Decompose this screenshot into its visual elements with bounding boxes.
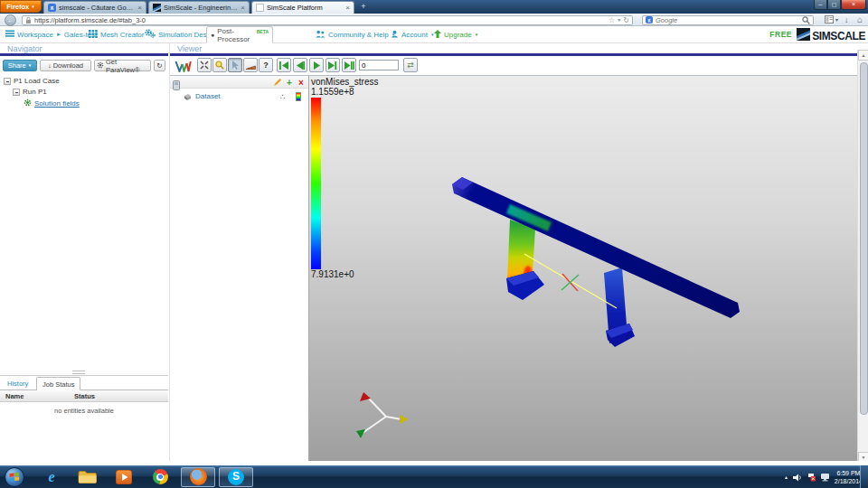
bookmark-star-icon[interactable]: ☆ xyxy=(609,16,615,24)
mesh-creator-label: Mesh Creator xyxy=(100,31,144,39)
edit-pencil-icon[interactable] xyxy=(273,78,282,89)
reload-icon[interactable]: ↻ xyxy=(623,16,629,24)
viewer-panel-title: Viewer xyxy=(177,44,202,53)
clock-time: 6:59 PM xyxy=(835,469,863,477)
browser-tab-simscale-site[interactable]: SimScale - Engineering simulation in ...… xyxy=(148,1,250,14)
job-panel: History Job Status Name Status no entiti… xyxy=(0,375,168,461)
window-controls: ─ ▢ × xyxy=(814,0,866,10)
people-icon xyxy=(316,30,326,40)
url-bar[interactable]: https://platform.simscale.de/#tab_3-0 ☆ … xyxy=(22,15,633,26)
window-maximize-button[interactable]: ▢ xyxy=(827,0,841,10)
brand-text: SIMSCALE xyxy=(812,30,865,42)
last-frame-button[interactable] xyxy=(342,58,356,72)
taskbar-clock[interactable]: 6:59 PM 2/18/2014 xyxy=(835,469,863,485)
simscale-favicon-icon xyxy=(153,4,161,12)
refresh-button[interactable]: ↻ xyxy=(154,60,165,71)
gear-icon xyxy=(24,99,32,108)
tab-close-icon[interactable]: × xyxy=(345,5,350,12)
colormap-icon[interactable] xyxy=(296,92,301,101)
first-frame-button[interactable] xyxy=(277,58,291,72)
workspace-label: Workspace xyxy=(17,31,53,39)
dataset-label[interactable]: Dataset xyxy=(195,92,221,100)
delete-icon[interactable]: × xyxy=(298,78,304,88)
taskbar-firefox-active[interactable] xyxy=(181,467,215,487)
next-frame-button[interactable] xyxy=(326,58,340,72)
network-icon[interactable] xyxy=(820,469,830,485)
caret-down-icon: ▼ xyxy=(28,63,32,68)
tab-close-icon[interactable]: × xyxy=(137,5,142,12)
dropdown-icon[interactable]: ▾ xyxy=(618,16,620,24)
new-tab-button[interactable]: + xyxy=(356,2,371,13)
tree-node-solution-fields[interactable]: Solution fields xyxy=(24,99,80,108)
search-input[interactable] xyxy=(656,16,799,24)
frame-number-input[interactable] xyxy=(359,60,399,70)
tree-node-label[interactable]: P1 Load Case xyxy=(14,77,60,85)
zoom-select-button[interactable] xyxy=(212,58,227,72)
ruler-button[interactable] xyxy=(243,58,258,72)
home-icon[interactable]: ⌂ xyxy=(857,15,863,24)
nav-mesh-creator[interactable]: Mesh Creator xyxy=(85,26,147,42)
show-desktop-button[interactable] xyxy=(860,465,868,488)
downloads-icon[interactable]: ↓ xyxy=(844,15,849,24)
solution-fields-link[interactable]: Solution fields xyxy=(34,99,80,108)
firefox-menu-button[interactable]: Firefox ▼ xyxy=(0,0,42,13)
firefox-menu-label: Firefox xyxy=(6,3,29,11)
paraview-logo-icon xyxy=(175,60,192,76)
taskbar-wmp-icon[interactable] xyxy=(112,467,136,486)
pipeline-item-dataset[interactable]: Dataset ∴ xyxy=(170,89,308,103)
nav-community-help[interactable]: Community & Help ▼ xyxy=(312,26,399,42)
taskbar-skype-active[interactable]: S xyxy=(219,467,253,487)
tab-close-icon[interactable]: × xyxy=(241,5,245,12)
dropdown-icon[interactable]: ▾ xyxy=(835,15,838,24)
screen: Firefox ▼ g simscale - Căutare Google × … xyxy=(0,0,868,488)
taskbar-explorer-icon[interactable] xyxy=(76,467,99,486)
collapse-icon[interactable] xyxy=(13,89,20,96)
add-icon[interactable]: + xyxy=(287,78,292,88)
action-center-flag-icon[interactable] xyxy=(807,469,816,485)
tree-node-label[interactable]: Run P1 xyxy=(23,88,47,96)
scroll-up-icon[interactable]: ▲ xyxy=(858,50,868,61)
interaction-mode-button[interactable] xyxy=(228,58,242,72)
previous-frame-button[interactable] xyxy=(293,58,307,72)
render-viewport[interactable]: vonMises_stress 1.1559e+8 7.9131e+0 xyxy=(309,76,857,461)
get-paraview-label: Get ParaView® xyxy=(106,58,148,74)
search-engine-icon[interactable]: g xyxy=(646,16,653,23)
taskbar-ie-icon[interactable]: e xyxy=(40,467,63,486)
play-button[interactable] xyxy=(309,58,324,72)
bookmarks-panel-icon[interactable] xyxy=(825,15,834,25)
share-button[interactable]: Share ▼ xyxy=(3,60,37,71)
grid-icon xyxy=(89,30,98,40)
points-representation-icon[interactable]: ∴ xyxy=(280,92,286,101)
download-icon: ↓ xyxy=(48,61,52,70)
tree-node-run[interactable]: Run P1 xyxy=(13,88,47,96)
stress-model xyxy=(309,76,857,461)
taskbar-chrome-icon[interactable] xyxy=(148,467,172,486)
scrollbar-thumb[interactable] xyxy=(860,62,868,415)
browser-tab-google[interactable]: g simscale - Căutare Google × xyxy=(43,1,146,14)
start-button[interactable] xyxy=(5,467,24,487)
nav-upgrade[interactable]: Upgrade ▼ xyxy=(430,26,482,42)
download-button[interactable]: ↓ Download xyxy=(40,60,91,71)
reset-camera-button[interactable] xyxy=(197,58,212,72)
tab-history[interactable]: History xyxy=(2,377,33,390)
page-scrollbar[interactable]: ▲ ▼ xyxy=(857,50,868,463)
window-close-button[interactable]: × xyxy=(841,0,866,10)
browser-tab-platform[interactable]: SimScale Platform × xyxy=(251,1,354,14)
skype-glyph-icon: S xyxy=(228,469,244,485)
search-box[interactable]: g xyxy=(642,15,814,26)
volume-icon[interactable] xyxy=(793,469,802,485)
nav-post-processor-active-tab[interactable]: ● Post-Processor BETA xyxy=(206,26,273,43)
tray-expand-icon[interactable]: ▲ xyxy=(784,474,788,480)
loop-icon[interactable]: ⇄ xyxy=(403,58,418,72)
pipeline-header: + × xyxy=(170,76,308,89)
collapse-icon[interactable] xyxy=(4,78,11,85)
help-button[interactable]: ? xyxy=(259,58,273,72)
job-panel-tabs: History Job Status xyxy=(0,377,168,390)
back-button[interactable]: ← xyxy=(5,14,16,26)
tab-job-status[interactable]: Job Status xyxy=(36,377,80,391)
cube-icon xyxy=(183,89,192,105)
tree-node-load-case[interactable]: P1 Load Case xyxy=(4,77,60,85)
window-minimize-button[interactable]: ─ xyxy=(814,0,827,10)
splitter-grip[interactable] xyxy=(72,371,85,374)
get-paraview-button[interactable]: Get ParaView® xyxy=(94,60,151,71)
